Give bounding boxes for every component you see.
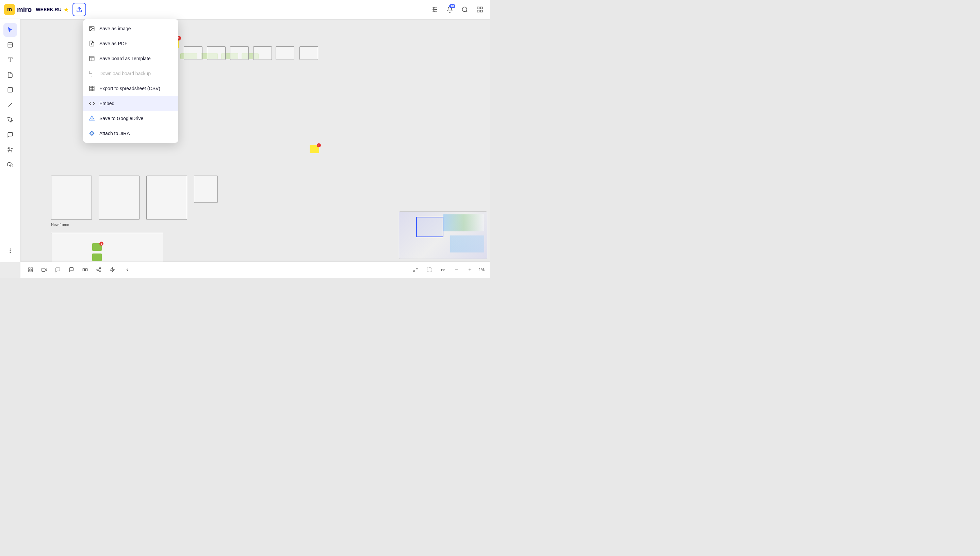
svg-point-6 [433,11,434,11]
upload-tool[interactable] [3,158,17,171]
sticky-note-tool[interactable] [3,68,17,82]
menu-label-export-csv: Export to spreadsheet (CSV) [99,86,160,91]
backup-icon [89,70,95,77]
menu-label-save-image: Save as image [99,26,131,31]
fit-to-screen-button[interactable] [423,264,435,276]
menu-label-save-pdf: Save as PDF [99,41,127,46]
present-tool[interactable] [38,264,50,276]
pdf-icon [89,40,95,47]
more-tools[interactable] [3,244,17,258]
sticky-note[interactable]: 1 [310,145,319,153]
notification-count: 18 [449,4,455,8]
miro-logo: m miro [4,4,32,15]
jira-icon [89,130,95,137]
svg-rect-25 [89,56,94,61]
board-frame[interactable]: 1 [51,233,163,262]
minimap[interactable] [399,211,487,259]
svg-rect-11 [478,10,480,12]
zoom-in-button[interactable] [464,264,476,276]
svg-line-8 [466,11,468,12]
svg-rect-33 [29,268,30,270]
star-icon[interactable]: ★ [64,6,68,13]
frames-tool-bottom[interactable] [79,264,91,276]
menu-label-attach-jira: Attach to JIRA [99,131,130,136]
grid-view-button[interactable] [474,3,486,16]
export-button[interactable] [73,3,86,16]
svg-rect-13 [8,42,13,47]
menu-item-attach-jira[interactable]: Attach to JIRA [83,126,178,141]
comment-tool[interactable] [3,128,17,142]
board-title-text[interactable]: WEEEK.RU [36,7,61,12]
text-tool[interactable] [3,53,17,67]
zoom-out-button[interactable] [450,264,462,276]
board-frame[interactable] [299,46,318,60]
settings-icon-button[interactable] [429,3,441,16]
svg-point-20 [10,249,11,249]
expand-button[interactable] [409,264,421,276]
board-frame[interactable] [253,46,272,60]
search-button[interactable] [459,3,471,16]
svg-rect-36 [31,270,33,272]
svg-marker-37 [45,269,47,271]
frames-tool[interactable] [3,38,17,52]
menu-item-save-template[interactable]: Save board as Template [83,51,178,66]
svg-point-21 [10,251,11,251]
grid-tool[interactable] [24,264,37,276]
collapse-sidebar-button[interactable] [121,264,133,276]
minimap-content [399,212,487,259]
comment-tool-bottom[interactable] [52,264,64,276]
board-frame[interactable] [184,46,202,60]
notifications-button[interactable]: 18 [444,3,456,16]
board-frame[interactable] [230,46,249,60]
menu-label-save-gdrive: Save to GoogleDrive [99,116,143,121]
frame-label: New frame [51,223,69,226]
svg-line-44 [98,270,100,271]
svg-line-48 [413,270,415,272]
board-frame[interactable] [207,46,226,60]
board-frame[interactable] [194,176,218,203]
svg-rect-35 [29,270,30,272]
svg-point-7 [462,7,467,11]
lightning-tool[interactable] [106,264,118,276]
menu-item-save-pdf[interactable]: Save as PDF [83,36,178,51]
svg-point-43 [99,271,101,272]
svg-rect-10 [481,7,483,9]
svg-rect-34 [31,268,33,270]
menu-label-save-template: Save board as Template [99,56,151,61]
csv-icon [89,85,95,92]
miro-logo-icon: m [4,4,15,15]
svg-rect-12 [481,10,483,12]
svg-rect-28 [89,86,94,91]
template-icon [89,55,95,62]
menu-item-export-csv[interactable]: Export to spreadsheet (CSV) [83,81,178,96]
menu-item-save-gdrive[interactable]: Save to GoogleDrive [83,111,178,126]
pen-tool[interactable] [3,113,17,126]
line-tool[interactable] [3,98,17,112]
menu-item-save-image[interactable]: Save as image [83,21,178,36]
svg-rect-38 [42,268,45,271]
minimap-viewport-indicator [416,217,443,237]
board-frame[interactable] [276,46,294,60]
header: m miro WEEEK.RU ★ 18 [0,0,490,19]
gdrive-icon [89,115,95,122]
zoom-level-label: 1% [479,267,484,272]
chat-tool[interactable] [65,264,77,276]
svg-point-4 [433,7,434,8]
shape-tool[interactable] [3,83,17,97]
board-frame[interactable] [98,176,139,220]
svg-point-41 [99,267,101,269]
share-tool[interactable] [92,264,105,276]
board-frame[interactable] [146,176,187,220]
select-tool[interactable] [3,23,17,37]
svg-line-45 [98,268,100,270]
svg-rect-40 [86,269,87,271]
menu-item-embed[interactable]: Embed [83,96,178,111]
image-icon [89,25,95,32]
header-right: 18 [429,3,486,16]
board-frame[interactable] [51,176,92,220]
board-title-container: WEEEK.RU ★ [36,6,68,13]
svg-rect-17 [8,87,13,92]
fit-width-button[interactable] [437,264,449,276]
crop-tool[interactable] [3,143,17,157]
svg-line-47 [416,268,417,270]
